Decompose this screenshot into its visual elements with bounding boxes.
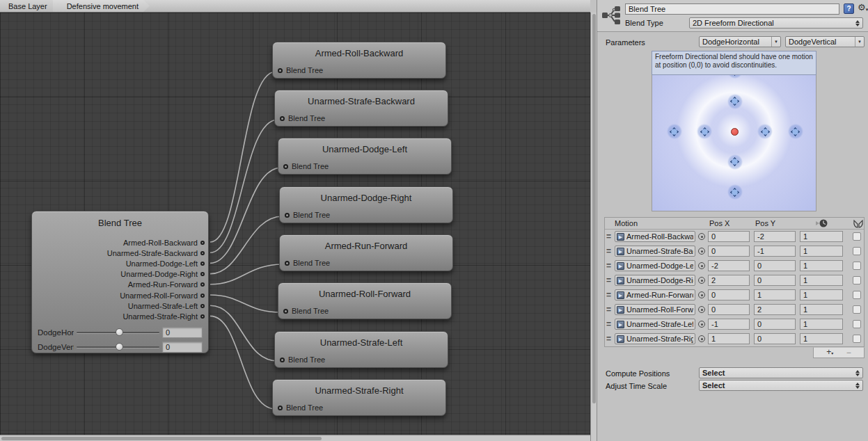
speed-field[interactable]: 1 xyxy=(800,333,843,344)
motion-object-field[interactable]: ▶Unarmed-Strafe-Backward xyxy=(615,246,695,257)
drag-handle-icon[interactable]: = xyxy=(606,261,611,271)
parameter-value-field[interactable]: 0 xyxy=(162,327,203,338)
graph-node-unarmed-strafe-left[interactable]: Unarmed-Strafe-LeftBlend Tree xyxy=(274,331,448,368)
input-port-icon[interactable] xyxy=(280,116,285,121)
input-port-icon[interactable] xyxy=(278,406,283,410)
output-port-icon[interactable] xyxy=(200,241,205,245)
adjust-time-scale-dropdown[interactable]: Select xyxy=(699,380,863,391)
output-port-icon[interactable] xyxy=(200,251,205,255)
pos-y-field[interactable]: 1 xyxy=(754,289,796,300)
output-port-icon[interactable] xyxy=(200,282,205,287)
parameter-y-dropdown[interactable]: DodgeVertical ▼ xyxy=(785,36,865,47)
speed-field[interactable]: 1 xyxy=(800,275,843,286)
motion-object-field[interactable]: ▶Unarmed-Dodge-Left xyxy=(615,260,695,271)
blend-space-point[interactable] xyxy=(757,124,773,139)
connection-edge[interactable] xyxy=(210,316,276,409)
blend-tree-name-field[interactable] xyxy=(625,3,839,15)
drag-handle-icon[interactable]: = xyxy=(606,290,611,300)
object-picker-icon[interactable] xyxy=(698,306,705,313)
pos-y-field[interactable]: 0 xyxy=(754,319,796,330)
output-port-icon[interactable] xyxy=(200,304,205,308)
input-port-icon[interactable] xyxy=(280,358,285,362)
pos-x-field[interactable]: 0 xyxy=(708,289,750,300)
help-icon[interactable]: ? xyxy=(844,3,854,14)
pos-x-field[interactable]: 2 xyxy=(708,275,750,286)
motion-object-field[interactable]: ▶Unarmed-Strafe-Left xyxy=(615,319,695,330)
pos-y-field[interactable]: 0 xyxy=(754,260,796,271)
drag-handle-icon[interactable]: = xyxy=(606,305,611,314)
output-port-icon[interactable] xyxy=(200,294,205,298)
pos-y-field[interactable]: 0 xyxy=(754,333,796,344)
blend-space-point[interactable] xyxy=(727,94,743,109)
pos-x-field[interactable]: -2 xyxy=(708,260,750,271)
object-picker-icon[interactable] xyxy=(698,291,705,298)
output-port-icon[interactable] xyxy=(200,314,205,319)
connection-edge[interactable] xyxy=(210,264,283,284)
speed-field[interactable]: 1 xyxy=(800,304,843,315)
graph-node-armed-run-forward[interactable]: Armed-Run-ForwardBlend Tree xyxy=(279,234,453,271)
drag-handle-icon[interactable]: = xyxy=(606,275,611,285)
drag-handle-icon[interactable]: = xyxy=(606,246,611,256)
speed-field[interactable]: 1 xyxy=(800,260,843,271)
motion-object-field[interactable]: ▶Armed-Roll-Backward xyxy=(615,231,695,242)
slider-thumb-icon[interactable] xyxy=(116,328,123,336)
object-picker-icon[interactable] xyxy=(698,233,705,240)
motion-object-field[interactable]: ▶Armed-Run-Forward xyxy=(615,289,695,300)
mirror-checkbox[interactable] xyxy=(853,247,861,255)
motion-object-field[interactable]: ▶Unarmed-Roll-Forward xyxy=(615,304,695,315)
vertical-scrollbar[interactable] xyxy=(590,13,597,441)
drag-handle-icon[interactable]: = xyxy=(606,232,611,241)
parameter-x-dropdown[interactable]: DodgeHorizontal ▼ xyxy=(699,36,781,47)
mirror-checkbox[interactable] xyxy=(853,335,861,343)
mirror-checkbox[interactable] xyxy=(853,262,861,270)
parameter-slider[interactable] xyxy=(77,332,159,333)
connection-edge[interactable] xyxy=(210,295,281,312)
remove-motion-button[interactable]: − xyxy=(846,348,851,357)
speed-field[interactable]: 1 xyxy=(800,289,843,300)
pos-y-field[interactable]: -2 xyxy=(754,231,796,242)
blend-space-center-dot[interactable] xyxy=(731,128,739,136)
compute-positions-dropdown[interactable]: Select xyxy=(699,367,863,378)
mirror-checkbox[interactable] xyxy=(853,305,861,314)
input-port-icon[interactable] xyxy=(285,213,290,218)
output-port-icon[interactable] xyxy=(200,272,205,276)
pos-y-field[interactable]: 2 xyxy=(754,304,796,315)
blend-space-point[interactable] xyxy=(727,184,743,200)
mirror-checkbox[interactable] xyxy=(853,291,861,299)
object-picker-icon[interactable] xyxy=(698,321,705,328)
speed-field[interactable]: 1 xyxy=(800,246,843,257)
connection-edge[interactable] xyxy=(210,168,281,263)
parameter-slider[interactable] xyxy=(77,346,159,348)
parameter-value-field[interactable]: 0 xyxy=(162,342,203,353)
graph-node-unarmed-strafe-backward[interactable]: Unarmed-Strafe-BackwardBlend Tree xyxy=(274,90,448,127)
graph-node-unarmed-roll-forward[interactable]: Unarmed-Roll-ForwardBlend Tree xyxy=(278,282,452,319)
input-port-icon[interactable] xyxy=(283,309,288,314)
add-motion-button[interactable]: +▾ xyxy=(826,348,833,358)
blend-type-dropdown[interactable]: 2D Freeform Directional xyxy=(689,17,863,29)
horizontal-scrollbar[interactable] xyxy=(0,435,590,441)
graph-node-unarmed-dodge-left[interactable]: Unarmed-Dodge-LeftBlend Tree xyxy=(278,138,452,175)
blend-space-point[interactable] xyxy=(788,124,803,139)
connection-edge[interactable] xyxy=(210,72,276,242)
pos-x-field[interactable]: 1 xyxy=(708,333,750,344)
drag-handle-icon[interactable]: = xyxy=(606,334,611,344)
speed-field[interactable]: 1 xyxy=(800,319,843,330)
object-picker-icon[interactable] xyxy=(698,335,705,342)
gear-icon[interactable]: ⚙▾ xyxy=(858,2,868,13)
input-port-icon[interactable] xyxy=(285,261,290,266)
mirror-checkbox[interactable] xyxy=(853,320,861,328)
slider-thumb-icon[interactable] xyxy=(116,343,123,351)
vertical-scrollbar-thumb[interactable] xyxy=(592,14,596,403)
graph-canvas[interactable]: Blend Tree Armed-Roll-BackwardUnarmed-St… xyxy=(0,13,590,441)
object-picker-icon[interactable] xyxy=(698,248,705,255)
mirror-checkbox[interactable] xyxy=(853,276,861,284)
input-port-icon[interactable] xyxy=(278,68,283,73)
breadcrumb-base-layer[interactable]: Base Layer xyxy=(0,0,58,12)
pos-y-field[interactable]: -1 xyxy=(754,246,796,257)
pos-x-field[interactable]: 0 xyxy=(708,304,750,315)
connection-edge[interactable] xyxy=(210,120,278,252)
blend-space-point[interactable] xyxy=(727,154,743,170)
motion-object-field[interactable]: ▶Unarmed-Dodge-Right xyxy=(615,275,695,286)
output-port-icon[interactable] xyxy=(200,262,205,266)
blend-space[interactable] xyxy=(652,52,816,211)
